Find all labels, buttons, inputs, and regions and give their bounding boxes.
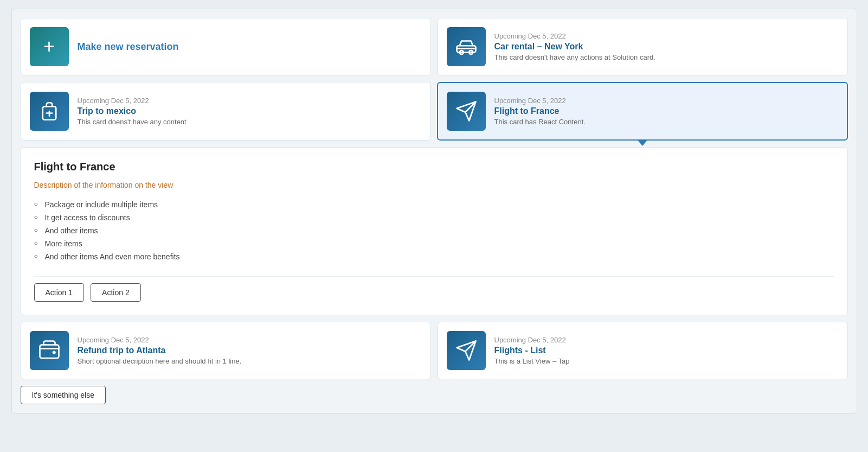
car-icon-box	[447, 27, 486, 66]
expanded-list: Package or include multiple itemsIt get …	[34, 198, 834, 263]
trip-mexico-content: Upcoming Dec 5, 2022 Trip to mexico This…	[78, 97, 187, 126]
refund-atlanta-description: Short optional decription here and shoul…	[78, 357, 242, 365]
flights-list-upcoming: Upcoming Dec 5, 2022	[494, 336, 570, 344]
plane-icon-box-2	[447, 92, 486, 131]
car-rental-content: Upcoming Dec 5, 2022 Car rental – New Yo…	[494, 32, 655, 61]
refund-atlanta-content: Upcoming Dec 5, 2022 Refund trip to Atla…	[78, 336, 242, 365]
flight-france-title: Flight to France	[494, 106, 586, 116]
car-rental-card[interactable]: Upcoming Dec 5, 2022 Car rental – New Yo…	[438, 18, 848, 75]
flights-list-description: This is a List View – Tap	[494, 357, 570, 365]
action2-button[interactable]: Action 2	[91, 283, 141, 302]
flight-france-description: This card has React Content.	[494, 118, 586, 126]
expanded-description: Description of the information on the vi…	[34, 181, 834, 189]
plus-icon: +	[43, 37, 55, 56]
trip-mexico-description: This card doens't have any content	[78, 118, 187, 126]
refund-atlanta-card[interactable]: Upcoming Dec 5, 2022 Refund trip to Atla…	[21, 322, 431, 379]
plus-icon-box: +	[30, 27, 69, 66]
card-row-1: + Make new reservation Upcoming Dec 5, 2…	[21, 18, 848, 75]
refund-atlanta-title: Refund trip to Atlanta	[78, 346, 242, 355]
flights-list-card[interactable]: Upcoming Dec 5, 2022 Flights - List This…	[438, 322, 848, 379]
new-reservation-card[interactable]: + Make new reservation	[21, 18, 431, 75]
svg-rect-6	[40, 345, 59, 359]
card-row-3: Upcoming Dec 5, 2022 Refund trip to Atla…	[21, 322, 848, 379]
car-rental-upcoming: Upcoming Dec 5, 2022	[494, 32, 655, 40]
expanded-title: Flight to France	[34, 161, 834, 173]
flight-france-upcoming: Upcoming Dec 5, 2022	[494, 97, 586, 105]
car-icon	[455, 35, 478, 58]
main-container: + Make new reservation Upcoming Dec 5, 2…	[11, 9, 857, 413]
new-reservation-label: Make new reservation	[78, 41, 179, 53]
expanded-panel: Flight to France Description of the info…	[21, 147, 848, 315]
flight-france-card[interactable]: Upcoming Dec 5, 2022 Flight to France Th…	[437, 82, 848, 141]
wallet-icon-box	[30, 331, 69, 370]
card-row-2: Upcoming Dec 5, 2022 Trip to mexico This…	[21, 82, 848, 141]
list-item: And other items And even more benefits	[34, 250, 834, 263]
action-buttons: Action 1 Action 2	[34, 276, 834, 302]
plane-icon-3	[455, 339, 478, 362]
luggage-icon-box	[30, 92, 69, 131]
flights-list-content: Upcoming Dec 5, 2022 Flights - List This…	[494, 336, 570, 365]
plane-icon-box-3	[447, 331, 486, 370]
something-else-button[interactable]: It's something else	[21, 386, 106, 404]
flights-list-title: Flights - List	[494, 346, 570, 355]
list-item: Package or include multiple items	[34, 198, 834, 211]
flight-france-content: Upcoming Dec 5, 2022 Flight to France Th…	[494, 97, 586, 126]
plane-icon-2	[455, 100, 478, 123]
list-item: And other items	[34, 224, 834, 237]
refund-atlanta-upcoming: Upcoming Dec 5, 2022	[78, 336, 242, 344]
car-rental-title: Car rental – New York	[494, 42, 655, 52]
list-item: More items	[34, 237, 834, 250]
trip-mexico-upcoming: Upcoming Dec 5, 2022	[78, 97, 187, 105]
car-rental-description: This card doesn't have any actions at So…	[494, 53, 655, 61]
action1-button[interactable]: Action 1	[34, 283, 85, 302]
wallet-icon	[38, 339, 61, 362]
luggage-icon	[38, 100, 61, 123]
bottom-button-row: It's something else	[21, 386, 848, 404]
trip-mexico-title: Trip to mexico	[78, 106, 187, 116]
list-item: It get access to discounts	[34, 211, 834, 224]
trip-mexico-card[interactable]: Upcoming Dec 5, 2022 Trip to mexico This…	[21, 82, 430, 141]
